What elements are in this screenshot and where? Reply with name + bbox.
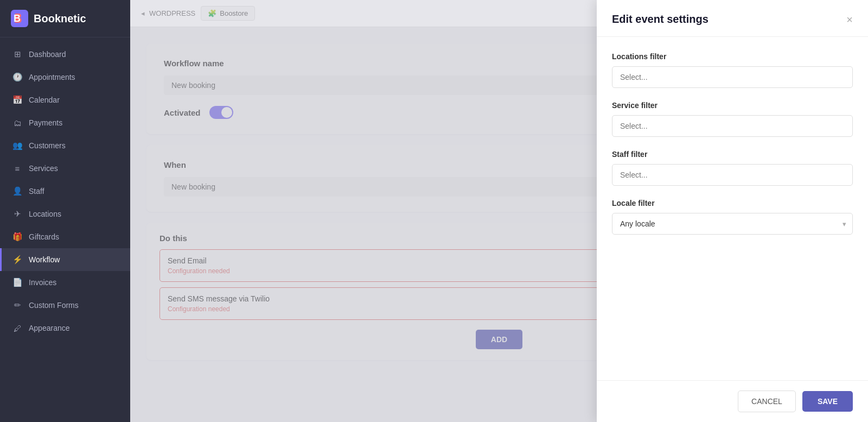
locations-icon: ✈ <box>12 209 22 219</box>
panel-body: Locations filter Service filter Staff fi… <box>597 37 868 380</box>
staff-filter-input[interactable] <box>612 164 853 186</box>
sidebar-label-calendar: Calendar <box>29 96 60 104</box>
sidebar-item-customers[interactable]: 👥 Customers <box>0 134 130 157</box>
invoices-icon: 📄 <box>12 278 22 287</box>
cancel-button[interactable]: CANCEL <box>738 390 796 412</box>
dashboard-icon: ⊞ <box>12 49 22 59</box>
sidebar-label-custom-forms: Custom Forms <box>29 301 79 310</box>
workflow-icon: ⚡ <box>12 255 22 264</box>
close-panel-button[interactable]: × <box>846 14 853 25</box>
service-filter-input[interactable] <box>612 115 853 137</box>
locale-filter-label: Locale filter <box>612 199 853 207</box>
sidebar-item-locations[interactable]: ✈ Locations <box>0 203 130 225</box>
locations-filter-input[interactable] <box>612 66 853 88</box>
sidebar-item-staff[interactable]: 👤 Staff <box>0 180 130 203</box>
appearance-icon: 🖊 <box>12 323 22 333</box>
sidebar-label-locations: Locations <box>29 210 61 218</box>
edit-event-settings-panel: Edit event settings × Locations filter S… <box>597 0 868 422</box>
sidebar-item-giftcards[interactable]: 🎁 Giftcards <box>0 225 130 248</box>
sidebar-item-appointments[interactable]: 🕐 Appointments <box>0 66 130 89</box>
custom-forms-icon: ✏ <box>12 300 22 310</box>
locations-filter-label: Locations filter <box>612 52 853 61</box>
sidebar-label-workflow: Workflow <box>29 255 60 264</box>
sidebar-item-services[interactable]: ≡ Services <box>0 157 130 180</box>
sidebar-label-payments: Payments <box>29 118 62 127</box>
staff-filter-label: Staff filter <box>612 150 853 159</box>
svg-text:B: B <box>14 13 21 24</box>
sidebar-item-appearance[interactable]: 🖊 Appearance <box>0 317 130 339</box>
panel-title: Edit event settings <box>612 13 709 26</box>
sidebar-label-giftcards: Giftcards <box>29 232 59 241</box>
locale-select-wrapper: Any locale <box>612 213 853 235</box>
sidebar-label-dashboard: Dashboard <box>29 50 66 59</box>
services-icon: ≡ <box>12 163 22 173</box>
service-filter-label: Service filter <box>612 101 853 110</box>
locations-filter-section: Locations filter <box>612 52 853 88</box>
panel-footer: CANCEL SAVE <box>597 380 868 422</box>
sidebar-item-payments[interactable]: 🗂 Payments <box>0 111 130 134</box>
payments-icon: 🗂 <box>12 118 22 128</box>
sidebar-label-invoices: Invoices <box>29 278 56 287</box>
giftcards-icon: 🎁 <box>12 232 22 242</box>
sidebar-label-customers: Customers <box>29 141 66 150</box>
customers-icon: 👥 <box>12 141 22 150</box>
locale-filter-section: Locale filter Any locale <box>612 199 853 235</box>
sidebar-label-appearance: Appearance <box>29 324 70 332</box>
sidebar-item-dashboard[interactable]: ⊞ Dashboard <box>0 43 130 66</box>
sidebar-logo: B Booknetic <box>0 0 130 37</box>
appointments-icon: 🕐 <box>12 72 22 82</box>
locale-filter-select[interactable]: Any locale <box>612 213 853 235</box>
sidebar-item-calendar[interactable]: 📅 Calendar <box>0 89 130 111</box>
sidebar-label-services: Services <box>29 164 58 173</box>
booknetic-logo-icon: B <box>11 10 28 27</box>
sidebar: B Booknetic ⊞ Dashboard 🕐 Appointments 📅… <box>0 0 130 422</box>
sidebar-label-appointments: Appointments <box>29 73 75 81</box>
save-button[interactable]: SAVE <box>802 391 853 412</box>
app-name: Booknetic <box>34 12 86 25</box>
service-filter-section: Service filter <box>612 101 853 137</box>
staff-filter-section: Staff filter <box>612 150 853 186</box>
sidebar-item-workflow[interactable]: ⚡ Workflow <box>0 248 130 271</box>
sidebar-item-invoices[interactable]: 📄 Invoices <box>0 271 130 294</box>
sidebar-nav: ⊞ Dashboard 🕐 Appointments 📅 Calendar 🗂 … <box>0 37 130 422</box>
panel-header: Edit event settings × <box>597 0 868 37</box>
calendar-icon: 📅 <box>12 95 22 105</box>
sidebar-item-custom-forms[interactable]: ✏ Custom Forms <box>0 294 130 317</box>
staff-icon: 👤 <box>12 186 22 196</box>
sidebar-label-staff: Staff <box>29 187 44 196</box>
